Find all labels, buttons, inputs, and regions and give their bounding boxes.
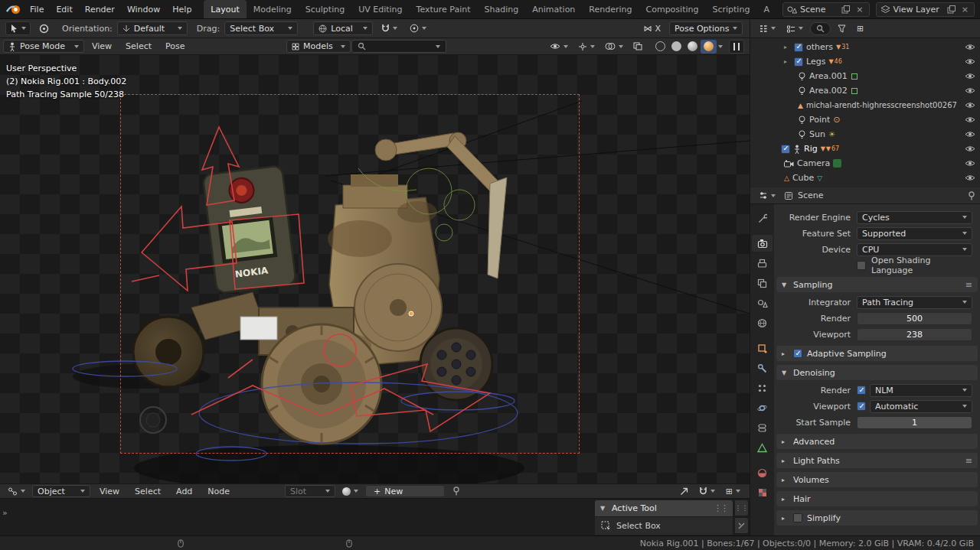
- sidebar-tool-tab[interactable]: [735, 518, 748, 533]
- workspace-tab-extra[interactable]: A: [756, 0, 776, 18]
- samples-render-field[interactable]: 500: [857, 312, 972, 325]
- props-tab-particles[interactable]: [752, 379, 773, 396]
- new-scene-button[interactable]: [840, 5, 851, 14]
- hide-eye-icon[interactable]: [965, 145, 975, 152]
- scene-selector[interactable]: Scene ×: [782, 2, 870, 17]
- panel-grip-icon[interactable]: ⋮⋮: [714, 503, 727, 513]
- viewport-search-input[interactable]: [351, 40, 446, 53]
- outliner-row-rig[interactable]: Rig ▼▼67: [750, 142, 980, 156]
- active-tool-selector[interactable]: [5, 21, 31, 35]
- device-dropdown[interactable]: CPU: [857, 243, 972, 256]
- menu-viewport-select[interactable]: Select: [119, 38, 158, 54]
- proportional-editing-toggle[interactable]: [406, 21, 430, 35]
- workspace-tab-compositing[interactable]: Compositing: [639, 0, 706, 18]
- expand-sidebar-chevron[interactable]: »: [2, 508, 8, 518]
- hair-section-header[interactable]: ▸ Hair: [776, 491, 978, 506]
- outliner-row-area-001[interactable]: Area.001: [750, 69, 980, 83]
- shading-material-button[interactable]: [684, 40, 701, 54]
- collection-checkbox[interactable]: [794, 43, 803, 52]
- new-material-button[interactable]: + New: [365, 485, 445, 497]
- menu-node-add[interactable]: Add: [170, 484, 198, 498]
- hide-eye-icon[interactable]: [965, 131, 975, 138]
- breadcrumb-scene[interactable]: Scene: [798, 190, 824, 200]
- pin-icon[interactable]: [968, 191, 975, 200]
- workspace-tab-shading[interactable]: Shading: [478, 0, 526, 18]
- props-tab-object[interactable]: [752, 340, 773, 356]
- shading-dropdown-arrow[interactable]: [718, 45, 723, 48]
- expand-arrow-icon[interactable]: ▸: [784, 58, 791, 65]
- denoising-section-header[interactable]: ▼ Denoising: [776, 365, 978, 380]
- presets-menu-icon[interactable]: ≡: [965, 280, 972, 290]
- new-view-layer-button[interactable]: [946, 5, 957, 14]
- unlink-scene-button[interactable]: ×: [854, 5, 864, 15]
- outliner-display-mode-dropdown[interactable]: [782, 21, 807, 35]
- workspace-tab-sculpting[interactable]: Sculpting: [299, 0, 351, 18]
- workspace-tab-animation[interactable]: Animation: [525, 0, 582, 18]
- browse-material-dropdown[interactable]: [338, 484, 362, 498]
- denoise-viewport-dropdown[interactable]: Automatic: [870, 400, 972, 413]
- hide-eye-icon[interactable]: [965, 44, 975, 50]
- gizmo-toggle[interactable]: [574, 40, 599, 54]
- props-tab-render[interactable]: [752, 235, 773, 252]
- editor-type-properties-dropdown[interactable]: [755, 189, 779, 203]
- menu-node-view[interactable]: View: [93, 484, 126, 498]
- adaptive-sampling-checkbox[interactable]: [793, 349, 802, 358]
- outliner-row-legs[interactable]: ▸ Legs ▼46: [750, 54, 980, 69]
- advanced-section-header[interactable]: ▸ Advanced: [776, 434, 978, 449]
- feature-set-dropdown[interactable]: Supported: [857, 227, 972, 240]
- hide-eye-icon[interactable]: [965, 174, 975, 181]
- hide-eye-icon[interactable]: [965, 58, 975, 65]
- overlays-toggle[interactable]: [601, 40, 627, 54]
- outliner-row-sun[interactable]: Sun ☀: [750, 127, 980, 142]
- props-tab-constraints[interactable]: [752, 419, 773, 436]
- simplify-section-header[interactable]: ▸ Simplify: [776, 510, 978, 526]
- menu-node-node[interactable]: Node: [201, 484, 236, 498]
- props-tab-scene[interactable]: [752, 295, 773, 311]
- blender-logo-icon[interactable]: [6, 4, 21, 15]
- drag-dropdown[interactable]: Select Box: [224, 21, 298, 35]
- workspace-tab-scripting[interactable]: Scripting: [705, 0, 756, 18]
- viewport-3d-canvas[interactable]: NOKIA: [0, 55, 750, 483]
- hide-eye-icon[interactable]: [965, 102, 975, 109]
- outliner-row-cube[interactable]: △ Cube ▽: [750, 171, 980, 185]
- pin-icon[interactable]: [452, 487, 460, 496]
- asset-library-dropdown[interactable]: Models: [286, 40, 351, 53]
- x-mirror-toggle[interactable]: ⋈ X: [639, 21, 665, 35]
- denoise-viewport-checkbox[interactable]: [857, 402, 866, 411]
- denoise-render-checkbox[interactable]: [857, 386, 866, 395]
- menu-edit[interactable]: Edit: [50, 0, 78, 18]
- shading-wireframe-button[interactable]: [652, 40, 668, 54]
- hide-eye-icon[interactable]: [965, 160, 975, 167]
- outliner-row-area-002[interactable]: Area.002: [750, 83, 980, 98]
- workspace-tab-texture-paint[interactable]: Texture Paint: [410, 0, 478, 18]
- props-tab-texture[interactable]: [752, 484, 773, 501]
- new-collection-button[interactable]: ⊞: [853, 21, 867, 35]
- orientation-dropdown[interactable]: Default: [117, 21, 188, 35]
- node-snap-toggle[interactable]: [695, 484, 719, 498]
- simplify-checkbox[interactable]: [793, 513, 802, 522]
- outliner-row-others[interactable]: ▸ others ▼31: [750, 40, 980, 54]
- collection-checkbox[interactable]: [794, 57, 803, 67]
- hide-eye-icon[interactable]: [965, 73, 975, 80]
- volumes-section-header[interactable]: ▸ Volumes: [776, 472, 978, 487]
- osl-checkbox[interactable]: [857, 261, 866, 270]
- workspace-tab-uv-editing[interactable]: UV Editing: [351, 0, 409, 18]
- menu-window[interactable]: Window: [121, 0, 166, 18]
- sidebar-grip-tab[interactable]: ⋮⋮: [735, 500, 748, 516]
- hide-eye-icon[interactable]: [965, 116, 975, 123]
- transform-orientation-dropdown[interactable]: Local: [313, 21, 373, 35]
- props-tab-output[interactable]: [752, 255, 773, 272]
- active-tool-panel-header[interactable]: ▼ Active Tool ⋮⋮: [595, 500, 733, 516]
- start-sample-field[interactable]: 1: [857, 416, 972, 429]
- expand-arrow-icon[interactable]: ▸: [784, 44, 791, 50]
- props-tab-tool[interactable]: [752, 210, 773, 226]
- props-tab-modifiers[interactable]: [752, 360, 773, 376]
- xray-toggle[interactable]: [629, 40, 646, 54]
- snap-target-button[interactable]: [676, 484, 692, 498]
- outliner-row-point[interactable]: Point ⊙: [750, 112, 980, 127]
- integrator-dropdown[interactable]: Path Tracing: [857, 296, 972, 309]
- shading-solid-button[interactable]: [668, 40, 684, 54]
- denoise-render-dropdown[interactable]: NLM: [870, 384, 972, 397]
- presets-menu-icon[interactable]: ≡: [965, 456, 972, 466]
- snap-toggle[interactable]: [377, 21, 401, 35]
